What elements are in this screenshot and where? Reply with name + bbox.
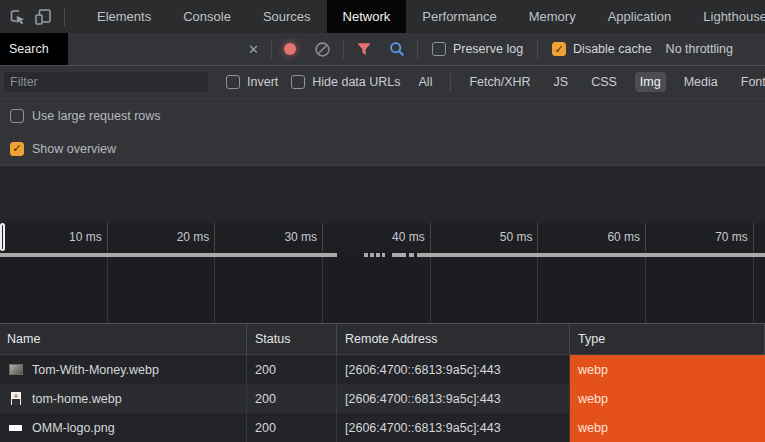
filter-input[interactable] — [4, 72, 208, 92]
filmstrip-area — [0, 165, 765, 223]
show-overview-label: Show overview — [32, 142, 116, 156]
filter-type-font[interactable]: Font — [736, 72, 765, 92]
divider — [537, 40, 538, 58]
overview-activity-bar — [409, 253, 414, 257]
search-panel-tab[interactable]: Search — [0, 33, 68, 65]
filter-type-js[interactable]: JS — [549, 72, 574, 92]
overview-activity-bar — [364, 253, 368, 257]
ruler-tick: 30 ms — [215, 223, 323, 251]
ruler-tick — [754, 223, 765, 251]
filter-type-all[interactable]: All — [414, 72, 438, 92]
network-filter-bar: Invert Hide data URLs All Fetch/XHR JS C… — [0, 66, 765, 99]
option-row: ✓ Show overview — [0, 132, 765, 165]
inspect-element-icon[interactable] — [4, 4, 30, 30]
disable-cache-checkbox[interactable]: ✓ Disable cache — [552, 42, 652, 56]
divider — [343, 40, 344, 58]
tab-sources[interactable]: Sources — [247, 0, 327, 33]
table-row-remote[interactable]: [2606:4700::6813:9a5c]:443 — [337, 413, 570, 442]
preserve-log-label: Preserve log — [453, 42, 523, 56]
image-thumbnail-icon — [8, 391, 23, 406]
devtools-tabbar: Elements Console Sources Network Perform… — [0, 0, 765, 33]
checkbox-checked-icon: ✓ — [552, 42, 566, 56]
ruler-tick: 20 ms — [108, 223, 216, 251]
overview-activity-bar — [382, 253, 385, 257]
tab-application[interactable]: Application — [592, 0, 688, 33]
search-icon[interactable] — [389, 41, 405, 57]
overview-activity-bar — [392, 253, 406, 257]
tab-performance[interactable]: Performance — [406, 0, 512, 33]
preserve-log-checkbox[interactable]: Preserve log — [432, 42, 523, 56]
show-overview-checkbox[interactable]: ✓ Show overview — [10, 142, 116, 156]
request-name: OMM-logo.png — [32, 421, 115, 435]
overview-activity-bar — [376, 253, 380, 257]
filter-type-media[interactable]: Media — [679, 72, 723, 92]
divider — [450, 73, 451, 91]
timeline-ruler: 10 ms 20 ms 30 ms 40 ms 50 ms 60 ms 70 m… — [0, 223, 765, 251]
filter-icon[interactable] — [356, 42, 372, 57]
table-row-type[interactable]: webp — [570, 413, 765, 442]
network-toolbar: Search ✕ Preserve log — [0, 33, 765, 66]
table-row-name[interactable]: Tom-With-Money.webp — [0, 355, 247, 384]
close-icon[interactable]: ✕ — [248, 42, 259, 57]
table-row-status[interactable]: 200 — [247, 413, 337, 442]
divider — [64, 8, 65, 26]
image-thumbnail-icon — [8, 420, 23, 435]
status-value: 200 — [255, 363, 276, 377]
ruler-tick: 60 ms — [538, 223, 646, 251]
filter-type-img[interactable]: Img — [635, 72, 666, 92]
request-name: Tom-With-Money.webp — [32, 363, 159, 377]
filter-type-fetch-xhr[interactable]: Fetch/XHR — [464, 72, 535, 92]
column-header-remote-address[interactable]: Remote Address — [337, 324, 570, 355]
table-row-type[interactable]: webp — [570, 355, 765, 384]
filter-type-css[interactable]: CSS — [586, 72, 622, 92]
request-name: tom-home.webp — [32, 392, 122, 406]
invert-label: Invert — [247, 75, 278, 89]
image-thumbnail-icon — [8, 362, 23, 377]
tab-lighthouse[interactable]: Lighthouse — [687, 0, 765, 33]
type-value: webp — [578, 421, 608, 435]
device-toolbar-icon[interactable] — [30, 4, 56, 30]
use-large-request-rows-checkbox[interactable]: Use large request rows — [10, 109, 161, 123]
throttling-select[interactable]: No throttling — [666, 42, 733, 56]
network-overview[interactable] — [0, 251, 765, 324]
checkbox-icon — [432, 42, 446, 56]
column-header-type[interactable]: Type — [570, 324, 765, 355]
remote-address-value: [2606:4700::6813:9a5c]:443 — [345, 421, 501, 435]
column-header-status[interactable]: Status — [247, 324, 337, 355]
disable-cache-label: Disable cache — [573, 42, 652, 56]
ruler-tick: 10 ms — [0, 223, 108, 251]
panel-tabs: Elements Console Sources Network Perform… — [81, 0, 765, 33]
ruler-tick: 40 ms — [323, 223, 431, 251]
table-row-status[interactable]: 200 — [247, 355, 337, 384]
tab-console[interactable]: Console — [167, 0, 247, 33]
table-row-type[interactable]: webp — [570, 384, 765, 413]
overview-activity-bar — [0, 253, 337, 257]
type-value: webp — [578, 363, 608, 377]
table-row-name[interactable]: tom-home.webp — [0, 384, 247, 413]
type-value: webp — [578, 392, 608, 406]
clear-icon[interactable] — [314, 41, 331, 58]
hide-data-urls-label: Hide data URLs — [312, 75, 400, 89]
table-row-remote[interactable]: [2606:4700::6813:9a5c]:443 — [337, 384, 570, 413]
tab-network[interactable]: Network — [327, 0, 407, 33]
hide-data-urls-checkbox[interactable]: Hide data URLs — [291, 75, 400, 89]
ruler-tick: 50 ms — [431, 223, 539, 251]
checkbox-icon — [10, 109, 24, 123]
divider — [271, 40, 272, 58]
status-value: 200 — [255, 392, 276, 406]
invert-checkbox[interactable]: Invert — [226, 75, 278, 89]
table-row-remote[interactable]: [2606:4700::6813:9a5c]:443 — [337, 355, 570, 384]
overview-left-handle[interactable] — [0, 223, 5, 251]
tab-elements[interactable]: Elements — [81, 0, 167, 33]
table-row-status[interactable]: 200 — [247, 384, 337, 413]
table-row-name[interactable]: OMM-logo.png — [0, 413, 247, 442]
overview-activity-bar — [370, 253, 374, 257]
devtools-window: Elements Console Sources Network Perform… — [0, 0, 765, 442]
tab-memory[interactable]: Memory — [513, 0, 592, 33]
requests-table: Name Status Remote Address Type Tom-With… — [0, 324, 765, 442]
overview-activity-bar — [417, 253, 765, 257]
record-icon[interactable] — [284, 43, 296, 55]
checkbox-icon — [291, 75, 305, 89]
remote-address-value: [2606:4700::6813:9a5c]:443 — [345, 363, 501, 377]
column-header-name[interactable]: Name — [0, 324, 247, 355]
